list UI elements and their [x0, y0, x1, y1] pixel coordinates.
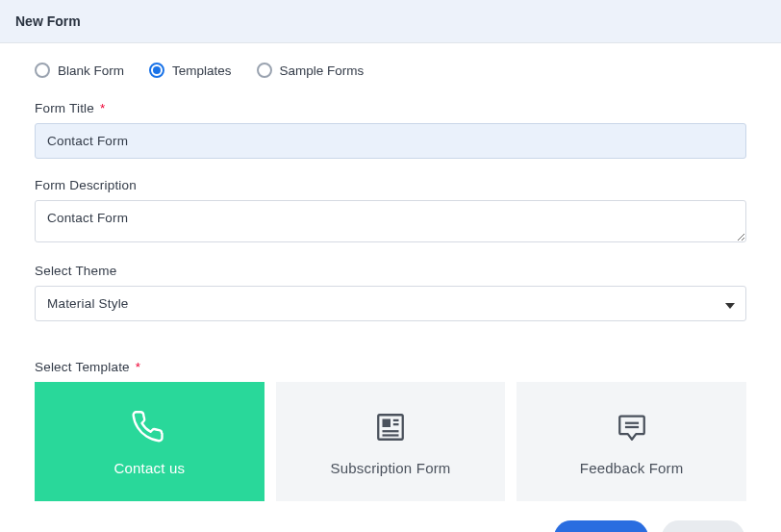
form-title-label: Form Title * — [35, 101, 746, 115]
template-card-label: Subscription Form — [330, 460, 450, 476]
radio-label: Sample Forms — [280, 63, 365, 78]
dialog-title: New Form — [15, 13, 766, 29]
chat-icon — [616, 408, 648, 446]
radio-icon — [35, 63, 50, 78]
template-card-contact-us[interactable]: Contact us — [35, 382, 265, 501]
phone-icon — [132, 408, 166, 446]
template-card-feedback-form[interactable]: Feedback Form — [516, 382, 746, 501]
template-card-label: Feedback Form — [580, 460, 684, 476]
template-card-row: Contact us Subscription Form — [35, 382, 746, 501]
template-card-label: Contact us — [113, 460, 185, 476]
label-text: Select Template — [35, 360, 130, 374]
radio-label: Templates — [172, 63, 232, 78]
radio-sample-forms[interactable]: Sample Forms — [257, 63, 365, 78]
form-title-input[interactable] — [35, 123, 746, 159]
select-theme-label: Select Theme — [35, 264, 746, 278]
radio-templates[interactable]: Templates — [149, 63, 232, 78]
required-marker: * — [96, 101, 105, 115]
svg-rect-1 — [383, 418, 391, 427]
form-source-radio-group: Blank Form Templates Sample Forms — [35, 63, 746, 78]
form-description-input[interactable]: Contact Form — [35, 200, 746, 242]
radio-blank-form[interactable]: Blank Form — [35, 63, 124, 78]
label-text: Form Title — [35, 101, 94, 115]
required-marker: * — [132, 360, 140, 374]
continue-button[interactable]: Continue — [554, 520, 648, 532]
newspaper-icon — [374, 408, 407, 446]
cancel-button[interactable]: Cancel — [662, 520, 744, 532]
form-description-label: Form Description — [35, 178, 746, 192]
radio-icon — [257, 63, 272, 78]
select-theme-wrapper: Material Style — [35, 286, 746, 321]
template-card-subscription-form[interactable]: Subscription Form — [276, 382, 506, 501]
select-template-label: Select Template * — [35, 360, 746, 374]
radio-icon — [149, 63, 164, 78]
dialog-content: Blank Form Templates Sample Forms Form T… — [0, 43, 781, 532]
dialog-footer: Continue Cancel — [35, 520, 746, 532]
radio-label: Blank Form — [58, 63, 124, 78]
dialog-header: New Form — [0, 0, 781, 43]
select-theme-dropdown[interactable]: Material Style — [35, 286, 746, 321]
